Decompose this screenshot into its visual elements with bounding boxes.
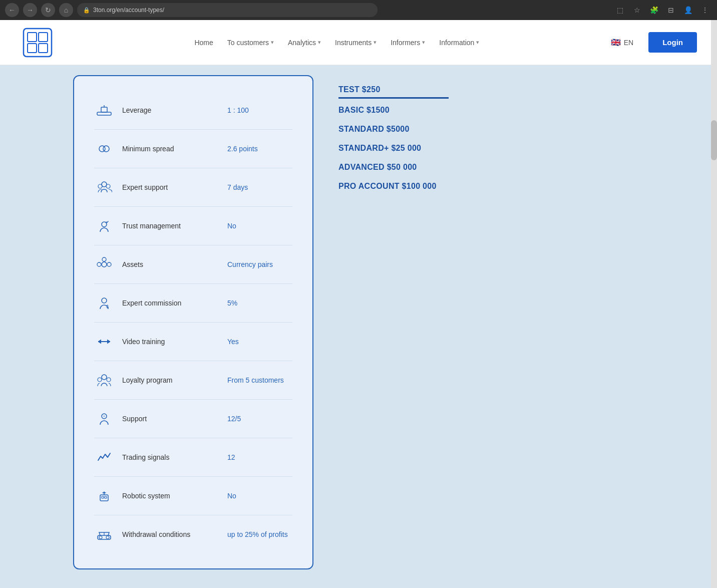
main-nav: Home To customers ▾ Analytics ▾ Instrume… — [70, 35, 604, 51]
feature-row-leverage: Leverage1 : 100 — [94, 91, 292, 130]
account-type-item-1[interactable]: BASIC $1500 — [338, 101, 449, 120]
support-icon — [94, 409, 114, 429]
browser-actions: ⬚ ☆ 🧩 ⊟ 👤 ⋮ — [613, 3, 712, 17]
withdrawal-conditions-icon — [94, 524, 114, 544]
svg-rect-28 — [102, 496, 104, 498]
withdrawal-conditions-label: Withdrawal conditions — [122, 530, 219, 538]
svg-point-15 — [102, 262, 107, 267]
svg-point-24 — [107, 378, 111, 382]
svg-point-23 — [98, 378, 102, 382]
account-type-item-4[interactable]: ADVANCED $50 000 — [338, 158, 449, 177]
trading-signals-value: 12 — [227, 453, 292, 461]
svg-rect-1 — [28, 33, 37, 42]
account-type-item-3[interactable]: STANDARD+ $25 000 — [338, 139, 449, 158]
trust-management-label: Trust management — [122, 222, 219, 230]
trust-management-value: No — [227, 222, 292, 230]
svg-point-13 — [106, 184, 110, 188]
nav-analytics[interactable]: Analytics ▾ — [281, 35, 328, 51]
support-value: 12/5 — [227, 415, 292, 423]
svg-point-17 — [107, 262, 111, 266]
expert-commission-label: Expert commission — [122, 299, 219, 307]
address-bar[interactable]: 🔒 3ton.org/en/account-types/ — [77, 3, 378, 17]
sidebar-btn[interactable]: ⊟ — [664, 3, 678, 17]
assets-label: Assets — [122, 260, 219, 268]
feature-row-expert-commission: $Expert commission5% — [94, 284, 292, 323]
account-type-item-5[interactable]: PRO ACCOUNT $100 000 — [338, 177, 449, 196]
screenshot-btn[interactable]: ⬚ — [613, 3, 627, 17]
assets-value: Currency pairs — [227, 260, 292, 268]
robotic-system-label: Robotic system — [122, 492, 219, 500]
trading-signals-icon — [94, 447, 114, 467]
expert-support-value: 7 days — [227, 183, 292, 191]
feature-row-withdrawal-conditions: Withdrawal conditionsup to 25% of profit… — [94, 515, 292, 553]
expert-support-icon — [94, 177, 114, 197]
star-btn[interactable]: ☆ — [630, 3, 644, 17]
video-training-label: Video training — [122, 338, 219, 346]
expert-commission-icon: $ — [94, 293, 114, 313]
svg-point-22 — [102, 375, 107, 380]
language-selector[interactable]: 🇬🇧 EN — [604, 34, 640, 51]
nav-information[interactable]: Information ▾ — [432, 35, 486, 51]
chevron-down-icon: ▾ — [374, 39, 377, 46]
feature-row-expert-support: Expert support7 days — [94, 168, 292, 207]
svg-point-33 — [106, 536, 109, 539]
expert-support-label: Expert support — [122, 183, 219, 191]
leverage-value: 1 : 100 — [227, 106, 292, 114]
svg-rect-4 — [39, 44, 48, 53]
svg-rect-27 — [100, 495, 108, 501]
home-button[interactable]: ⌂ — [59, 3, 73, 17]
leverage-icon — [94, 100, 114, 120]
logo[interactable]: 3TON — [20, 25, 55, 60]
assets-icon — [94, 254, 114, 274]
svg-rect-6 — [97, 112, 111, 115]
min-spread-icon — [94, 139, 114, 159]
nav-to-customers[interactable]: To customers ▾ — [220, 35, 281, 51]
support-label: Support — [122, 415, 219, 423]
nav-instruments[interactable]: Instruments ▾ — [328, 35, 384, 51]
robotic-system-value: No — [227, 492, 292, 500]
back-button[interactable]: ← — [5, 3, 19, 17]
account-type-item-0[interactable]: TEST $250 — [338, 80, 449, 99]
withdrawal-conditions-value: up to 25% of profits — [227, 530, 292, 538]
loyalty-program-value: From 5 customers — [227, 376, 292, 384]
login-button[interactable]: Login — [648, 32, 697, 53]
svg-point-18 — [102, 257, 106, 261]
feature-row-trading-signals: Trading signals12 — [94, 438, 292, 477]
chevron-down-icon: ▾ — [271, 39, 274, 46]
feature-row-loyalty-program: Loyalty programFrom 5 customers — [94, 361, 292, 400]
scrollbar[interactable] — [711, 20, 717, 588]
refresh-button[interactable]: ↻ — [41, 3, 55, 17]
svg-point-32 — [99, 536, 102, 539]
svg-rect-2 — [39, 33, 48, 42]
svg-point-19 — [102, 298, 107, 303]
leverage-label: Leverage — [122, 106, 219, 114]
account-types-sidebar: TEST $250BASIC $1500STANDARD $5000STANDA… — [328, 75, 459, 569]
feature-row-trust-management: Trust managementNo — [94, 207, 292, 245]
svg-rect-29 — [105, 496, 107, 498]
min-spread-label: Minimum spread — [122, 145, 219, 153]
chevron-down-icon: ▾ — [476, 39, 479, 46]
expert-commission-value: 5% — [227, 299, 292, 307]
svg-point-10 — [103, 146, 109, 152]
svg-point-14 — [102, 222, 107, 227]
svg-rect-7 — [101, 107, 107, 112]
nav-informers[interactable]: Informers ▾ — [384, 35, 432, 51]
svg-rect-3 — [28, 44, 37, 53]
account-type-item-2[interactable]: STANDARD $5000 — [338, 120, 449, 139]
menu-btn[interactable]: ⋮ — [698, 3, 712, 17]
nav-home[interactable]: Home — [187, 35, 220, 51]
chevron-down-icon: ▾ — [422, 39, 425, 46]
feature-row-assets: AssetsCurrency pairs — [94, 245, 292, 284]
profile-btn[interactable]: 👤 — [681, 3, 695, 17]
extensions-btn[interactable]: 🧩 — [647, 3, 661, 17]
video-training-icon — [94, 332, 114, 352]
scrollbar-thumb[interactable] — [711, 120, 717, 160]
forward-button[interactable]: → — [23, 3, 37, 17]
flag-icon: 🇬🇧 — [611, 38, 621, 47]
min-spread-value: 2.6 points — [227, 145, 292, 153]
feature-row-support: Support12/5 — [94, 400, 292, 438]
svg-point-12 — [98, 184, 102, 188]
svg-point-30 — [104, 492, 105, 493]
feature-row-video-training: Video trainingYes — [94, 323, 292, 361]
loyalty-program-label: Loyalty program — [122, 376, 219, 384]
